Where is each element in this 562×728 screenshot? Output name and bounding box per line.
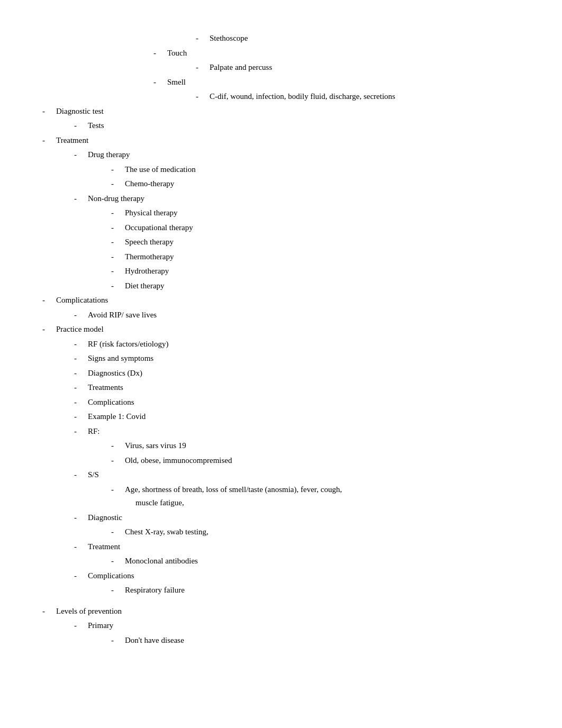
diagnostics-dx-text: Diagnostics (Dx) — [88, 367, 142, 380]
dash: - — [196, 61, 206, 75]
dash: - — [74, 396, 85, 410]
diagnostic-item: - Diagnostic — [74, 511, 530, 525]
occupational-therapy-text: Occupational therapy — [125, 221, 193, 235]
dash: - — [111, 250, 122, 264]
dash: - — [196, 90, 206, 104]
dash: - — [153, 47, 164, 60]
complications2-text: Complications — [88, 569, 134, 583]
dash: - — [74, 192, 85, 206]
touch-text: Touch — [167, 47, 187, 60]
dash: - — [111, 279, 122, 293]
dash: - — [111, 177, 122, 191]
old-obese-text: Old, obese, immunocompremised — [125, 454, 232, 468]
age-shortness-content: Age, shortness of breath, loss of smell/… — [125, 483, 342, 510]
dash: - — [111, 634, 122, 648]
tests-text: Tests — [88, 119, 104, 133]
treatments-text: Treatments — [88, 381, 123, 395]
speech-therapy-text: Speech therapy — [125, 235, 174, 249]
thermotherapy-text: Thermotherapy — [125, 250, 174, 264]
dash: - — [42, 323, 53, 336]
dash: - — [74, 119, 85, 133]
dash: - — [74, 410, 85, 424]
age-shortness-line1: Age, shortness of breath, loss of smell/… — [125, 483, 342, 497]
dash: - — [42, 294, 53, 307]
treatments-item: - Treatments — [74, 381, 530, 395]
dash: - — [74, 425, 85, 439]
example-covid-item: - Example 1: Covid — [74, 410, 530, 424]
dash: - — [111, 206, 122, 220]
occupational-therapy-item: - Occupational therapy — [111, 221, 530, 235]
touch-item: - Touch — [153, 47, 530, 60]
dont-have-disease-text: Don't have disease — [125, 634, 184, 648]
dash: - — [74, 468, 85, 482]
diet-therapy-text: Diet therapy — [125, 279, 165, 293]
avoid-rip-text: Avoid RIP/ save lives — [88, 308, 157, 322]
hydrotherapy-text: Hydrotherapy — [125, 265, 169, 278]
dash: - — [74, 511, 85, 525]
dash: - — [111, 483, 122, 510]
monoclonal-item: - Monoclonal antibodies — [111, 554, 530, 568]
age-shortness-item: - Age, shortness of breath, loss of smel… — [111, 483, 530, 510]
rf-etiology-item: - RF (risk factors/etiology) — [74, 338, 530, 351]
drug-therapy-text: Drug therapy — [88, 148, 130, 162]
dash: - — [111, 221, 122, 235]
dash: - — [74, 619, 85, 633]
ss-text: S/S — [88, 468, 99, 482]
non-drug-therapy-text: Non-drug therapy — [88, 192, 144, 206]
chemo-therapy-item: - Chemo-therapy — [111, 177, 530, 191]
dash: - — [111, 163, 122, 177]
dash: - — [74, 308, 85, 322]
non-drug-therapy-item: - Non-drug therapy — [74, 192, 530, 206]
dash: - — [74, 381, 85, 395]
treatment-item: - Treatment — [42, 134, 530, 148]
stethoscope-item: - Stethoscope — [196, 32, 530, 46]
practice-model-item: - Practice model — [42, 323, 530, 336]
speech-therapy-item: - Speech therapy — [111, 235, 530, 249]
dash: - — [42, 605, 53, 618]
stethoscope-text: Stethoscope — [210, 32, 248, 46]
diagnostics-dx-item: - Diagnostics (Dx) — [74, 367, 530, 380]
treatment2-text: Treatment — [88, 540, 120, 554]
rf-text: RF: — [88, 425, 100, 439]
chest-xray-item: - Chest X-ray, swab testing, — [111, 525, 530, 539]
dash: - — [111, 265, 122, 278]
chest-xray-text: Chest X-ray, swab testing, — [125, 525, 209, 539]
dash: - — [74, 569, 85, 583]
physical-therapy-item: - Physical therapy — [111, 206, 530, 220]
use-medication-item: - The use of medication — [111, 163, 530, 177]
palpate-text: Palpate and percuss — [210, 61, 272, 75]
palpate-item: - Palpate and percuss — [196, 61, 530, 75]
virus-text: Virus, sars virus 19 — [125, 439, 186, 453]
complications-text: Complications — [88, 396, 134, 410]
chemo-therapy-text: Chemo-therapy — [125, 177, 174, 191]
dont-have-disease-item: - Don't have disease — [111, 634, 530, 648]
diagnostic-test-text: Diagnostic test — [56, 105, 104, 119]
dash: - — [153, 76, 164, 89]
cdif-item: - C-dif, wound, infection, bodily fluid,… — [196, 90, 530, 104]
dash: - — [111, 584, 122, 597]
complicatations-item: - Complicatations — [42, 294, 530, 307]
respiratory-failure-text: Respiratory failure — [125, 584, 185, 597]
dash: - — [42, 105, 53, 119]
signs-symptoms-item: - Signs and symptoms — [74, 352, 530, 366]
diagnostic-test-item: - Diagnostic test — [42, 105, 530, 119]
primary-text: Primary — [88, 619, 113, 633]
old-obese-item: - Old, obese, immunocompremised — [111, 454, 530, 468]
complicatations-text: Complicatations — [56, 294, 108, 307]
smell-text: Smell — [167, 76, 186, 89]
complications2-item: - Complications — [74, 569, 530, 583]
hydrotherapy-item: - Hydrotherapy — [111, 265, 530, 278]
diagnostic-text: Diagnostic — [88, 511, 122, 525]
dash: - — [74, 352, 85, 366]
treatment2-item: - Treatment — [74, 540, 530, 554]
dash: - — [111, 525, 122, 539]
signs-symptoms-text: Signs and symptoms — [88, 352, 153, 366]
smell-item: - Smell — [153, 76, 530, 89]
outline-container: - Stethoscope - Touch - Palpate and perc… — [42, 32, 530, 647]
drug-therapy-item: - Drug therapy — [74, 148, 530, 162]
spacer — [42, 598, 530, 605]
dash: - — [74, 338, 85, 351]
levels-prevention-text: Levels of prevention — [56, 605, 122, 618]
dash: - — [111, 235, 122, 249]
diet-therapy-item: - Diet therapy — [111, 279, 530, 293]
